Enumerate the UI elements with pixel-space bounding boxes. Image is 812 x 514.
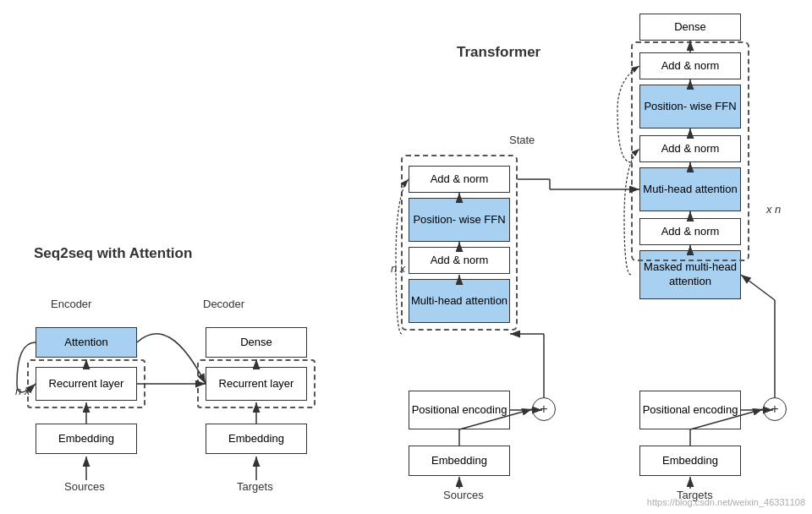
seq2seq-title: Seq2seq with Attention (34, 245, 192, 262)
state-label: State (509, 134, 535, 146)
svg-line-23 (741, 275, 775, 300)
main-diagram: Seq2seq with Attention Encoder Decoder n… (0, 0, 812, 514)
dec-pos-encoding: Positional encoding (639, 391, 741, 429)
dec-stack-dashed (631, 41, 749, 261)
enc-stack-dashed (401, 155, 518, 331)
encoder-embedding-box: Embedding (36, 424, 137, 454)
dec-embedding: Embedding (639, 446, 741, 476)
seq2seq-targets-label: Targets (237, 480, 273, 493)
transformer-title: Transformer (457, 44, 540, 61)
attention-box: Attention (36, 327, 137, 358)
enc-embedding: Embedding (409, 446, 510, 476)
watermark: https://blog.csdn.net/weixin_46331108 (647, 497, 805, 507)
transformer-sources-label: Sources (443, 489, 484, 501)
encoder-dashed (27, 359, 145, 408)
dec-plus: + (763, 397, 787, 421)
transformer-xn: x n (766, 203, 781, 216)
dec-dense: Dense (639, 14, 741, 41)
sources-label: Sources (64, 480, 105, 493)
enc-pos-encoding: Positional encoding (409, 391, 510, 429)
enc-plus: + (532, 397, 556, 421)
decoder-dashed (197, 359, 315, 408)
decoder-dense-box: Dense (206, 327, 307, 358)
decoder-label: Decoder (203, 298, 244, 310)
decoder-embedding-box: Embedding (206, 424, 307, 454)
encoder-label: Encoder (51, 298, 91, 310)
